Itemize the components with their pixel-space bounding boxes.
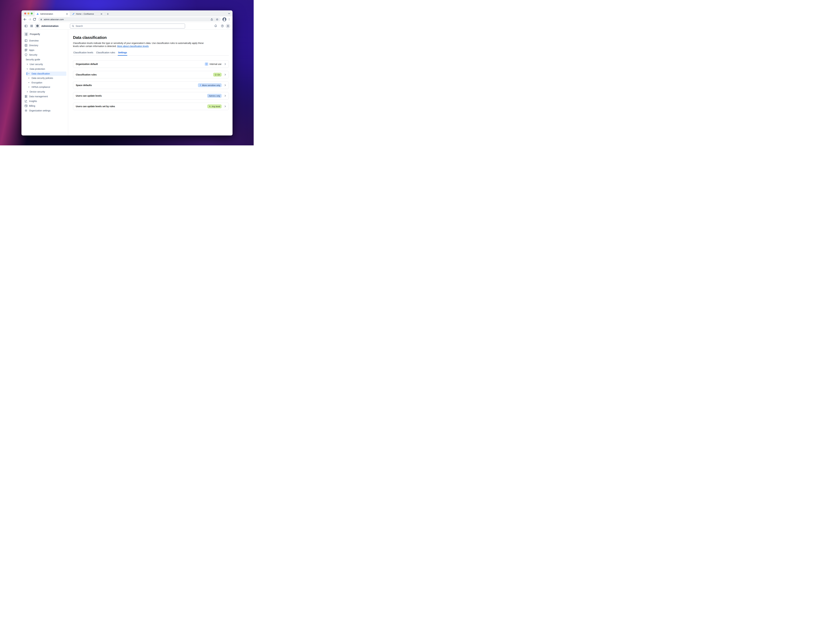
tab-classification-rules[interactable]: Classification rules <box>96 51 115 55</box>
global-search[interactable] <box>70 24 185 28</box>
back-icon[interactable] <box>23 17 27 21</box>
close-tab-icon[interactable] <box>100 13 103 15</box>
main-panel: Data classification Classification level… <box>68 29 233 135</box>
desktop-wallpaper: Administration Home – Confluence <box>0 0 254 146</box>
product-name: Administration <box>41 25 58 27</box>
setting-row-space-defaults[interactable]: Space defaults More sensitive only <box>73 81 229 89</box>
organization-icon <box>24 32 28 36</box>
collapse-sidebar-icon[interactable] <box>24 24 28 28</box>
sidebar-item-security[interactable]: Security <box>24 52 66 57</box>
sidebar-item-organization-settings[interactable]: Organization settings <box>24 108 66 113</box>
chevron-right-icon <box>26 63 28 65</box>
setting-row-users-can-update-levels-set-by-rules[interactable]: Users can update levels set by rules Any… <box>73 103 229 110</box>
share-icon[interactable] <box>210 18 213 21</box>
header-actions <box>213 24 230 28</box>
chevron-right-icon <box>224 105 227 108</box>
zoom-window-button[interactable] <box>31 12 33 14</box>
reload-icon[interactable] <box>32 17 37 21</box>
tab-title: Home – Confluence <box>76 13 100 15</box>
gear-icon <box>24 109 28 112</box>
chart-icon <box>24 100 28 103</box>
administration-logo-gear-icon[interactable] <box>35 24 40 28</box>
bookmark-star-icon[interactable] <box>216 18 219 21</box>
sidebar-item-label: Directory <box>29 44 38 47</box>
chevron-right-icon <box>224 84 227 86</box>
browser-menu-icon[interactable] <box>228 18 231 21</box>
sidebar-item-directory[interactable]: Directory <box>24 43 66 48</box>
setting-value-group: Any level <box>207 104 227 108</box>
sidebar-group-data-protection[interactable]: Data protection <box>24 66 66 71</box>
tab-search-chevron-icon[interactable] <box>228 12 231 15</box>
sidebar-item-data-management[interactable]: Data management <box>24 94 66 99</box>
close-tab-icon[interactable] <box>66 13 68 15</box>
browser-toolbar: admin.atlassian.com <box>21 17 233 23</box>
bullet-icon: • <box>28 81 31 84</box>
sidebar-item-data-security-policies[interactable]: • Data security policies <box>26 76 66 80</box>
settings-list: Organization default Internal use <box>73 60 229 110</box>
setting-value: Internal use <box>210 63 222 65</box>
tab-home-confluence[interactable]: Home – Confluence <box>70 11 104 17</box>
org-name: Prosperify <box>30 33 40 35</box>
chevron-right-icon <box>224 63 227 65</box>
browser-profile-avatar[interactable] <box>222 17 227 21</box>
org-switcher[interactable]: Prosperify <box>24 32 66 37</box>
admin-app-header: Administration <box>21 23 233 29</box>
chevron-down-icon <box>26 68 28 70</box>
description-line-2: levels when certain information is detec… <box>73 45 116 48</box>
setting-row-users-can-update-levels[interactable]: Users can update levels Admins only <box>73 92 229 100</box>
confluence-icon <box>72 13 75 15</box>
admin-content: Prosperify Overview Directory <box>21 29 233 135</box>
setting-value-group: On <box>213 73 227 77</box>
tab-title: Administration <box>40 13 66 15</box>
new-tab-button[interactable] <box>106 12 109 15</box>
bullet-icon: • <box>28 72 31 75</box>
sidebar-item-overview[interactable]: Overview <box>24 38 66 43</box>
setting-value-group: More sensitive only <box>198 83 227 87</box>
more-about-classification-levels-link[interactable]: More about classification levels <box>117 45 149 48</box>
setting-title: Users can update levels set by rules <box>76 105 115 108</box>
sidebar-item-label: HIPAA compliance <box>32 86 50 88</box>
sidebar-item-data-classification[interactable]: • Data classification <box>26 72 66 76</box>
setting-row-classification-rules[interactable]: Classification rules On <box>73 71 229 78</box>
check-circle-icon <box>214 74 217 76</box>
sidebar-group-user-security[interactable]: User security <box>24 62 66 66</box>
address-bar[interactable]: admin.atlassian.com <box>38 17 221 21</box>
sidebar-item-label: Data security policies <box>32 77 53 79</box>
setting-title: Space defaults <box>76 84 92 86</box>
search-input[interactable] <box>76 25 183 27</box>
minimize-window-button[interactable] <box>28 12 29 14</box>
browser-tab-strip: Administration Home – Confluence <box>21 11 233 17</box>
sidebar-group-device-security[interactable]: Device security <box>24 89 66 94</box>
notifications-bell-icon[interactable] <box>213 24 218 28</box>
chevron-right-icon <box>26 90 28 93</box>
database-icon <box>24 95 28 98</box>
setting-value-group: Admins only <box>207 94 227 98</box>
atlassian-icon <box>37 13 39 15</box>
sidebar-item-encryption[interactable]: • Encryption <box>26 81 66 85</box>
sidebar-item-billing[interactable]: Billing <box>24 104 66 108</box>
help-icon[interactable] <box>220 24 225 28</box>
credit-card-icon <box>24 104 28 107</box>
status-badge-more-sensitive-only: More sensitive only <box>198 83 222 87</box>
padlock-icon[interactable] <box>40 18 42 20</box>
sidebar-item-label: Data classification <box>32 72 50 75</box>
sidebar-item-label: Encryption <box>32 81 42 84</box>
tab-administration[interactable]: Administration <box>35 11 70 17</box>
bullet-icon: • <box>28 86 31 88</box>
close-window-button[interactable] <box>24 12 26 14</box>
description-line-1: Classification levels indicate the type … <box>73 42 204 44</box>
classification-shield-icon <box>205 62 208 66</box>
setting-row-organization-default[interactable]: Organization default Internal use <box>73 60 229 68</box>
sidebar-item-hipaa-compliance[interactable]: • HIPAA compliance <box>26 85 66 89</box>
status-badge-any-level: Any level <box>207 104 222 108</box>
sidebar-item-apps[interactable]: Apps <box>24 48 66 52</box>
status-badge-on: On <box>213 73 222 77</box>
account-avatar[interactable] <box>226 24 230 28</box>
sidebar-item-insights[interactable]: Insights <box>24 99 66 104</box>
tab-settings[interactable]: Settings <box>118 51 127 55</box>
sidebar-item-label: Overview <box>29 39 38 42</box>
sidebar-section-security-guide: Security guide <box>24 57 66 62</box>
app-switcher-icon[interactable] <box>29 24 34 28</box>
forward-icon[interactable] <box>28 17 32 21</box>
tab-classification-levels[interactable]: Classification levels <box>73 51 93 55</box>
